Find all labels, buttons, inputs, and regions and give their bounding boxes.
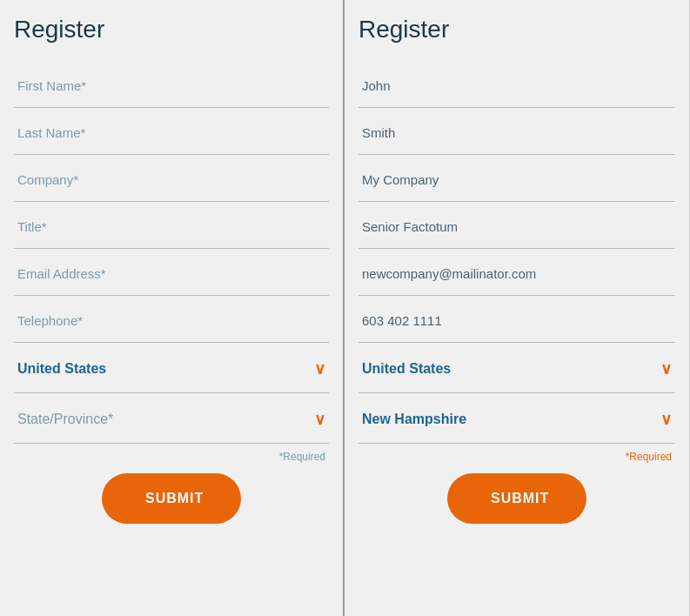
country-dropdown-value-left: United States	[17, 361, 106, 377]
company-value: My Company	[362, 172, 672, 187]
title-input[interactable]	[17, 219, 325, 234]
state-dropdown-left[interactable]: State/Province* ∨	[14, 395, 329, 444]
submit-area-left: SUBMIT	[14, 473, 329, 524]
submit-area-right: SUBMIT	[358, 473, 675, 524]
chevron-down-icon-state-right: ∨	[660, 410, 672, 429]
email-field-right: newcompany@mailinator.com	[358, 251, 675, 296]
country-dropdown-left[interactable]: United States ∨	[14, 345, 329, 393]
right-panel-title: Register	[358, 16, 675, 44]
required-note-right: *Required	[358, 451, 675, 463]
chevron-down-icon-right: ∨	[660, 359, 672, 378]
right-panel: Register John Smith My Company Senior Fa…	[345, 0, 689, 616]
last-name-field	[14, 110, 329, 155]
telephone-value: 603 402 1111	[362, 313, 672, 328]
last-name-input[interactable]	[17, 125, 325, 140]
chevron-down-icon-left: ∨	[314, 359, 325, 378]
left-panel-title: Register	[14, 16, 329, 44]
last-name-value: Smith	[362, 125, 672, 140]
telephone-input[interactable]	[17, 313, 325, 328]
state-dropdown-value-right: New Hampshire	[362, 412, 466, 427]
company-field-right: My Company	[358, 157, 675, 202]
required-note-left: *Required	[14, 451, 329, 463]
email-field	[14, 251, 329, 296]
first-name-field	[14, 63, 329, 108]
country-dropdown-value-right: United States	[362, 361, 451, 377]
left-panel: Register United States ∨ State/Province*…	[0, 0, 345, 616]
first-name-input[interactable]	[17, 78, 325, 93]
telephone-field	[14, 298, 329, 343]
chevron-down-icon-state-left: ∨	[314, 410, 325, 429]
submit-button-right[interactable]: SUBMIT	[447, 473, 586, 524]
state-dropdown-value-left: State/Province*	[17, 412, 113, 427]
company-field	[14, 157, 329, 202]
first-name-field-right: John	[358, 63, 675, 108]
email-input[interactable]	[17, 266, 325, 281]
company-input[interactable]	[17, 172, 325, 187]
first-name-value: John	[362, 78, 672, 93]
state-dropdown-right[interactable]: New Hampshire ∨	[358, 395, 675, 444]
submit-button-left[interactable]: SUBMIT	[102, 473, 241, 524]
telephone-field-right: 603 402 1111	[358, 298, 675, 343]
title-field-right: Senior Factotum	[358, 204, 675, 249]
country-dropdown-right[interactable]: United States ∨	[358, 345, 675, 393]
title-field	[14, 204, 329, 249]
email-value: newcompany@mailinator.com	[362, 266, 672, 281]
title-value: Senior Factotum	[362, 219, 672, 234]
last-name-field-right: Smith	[358, 110, 675, 155]
